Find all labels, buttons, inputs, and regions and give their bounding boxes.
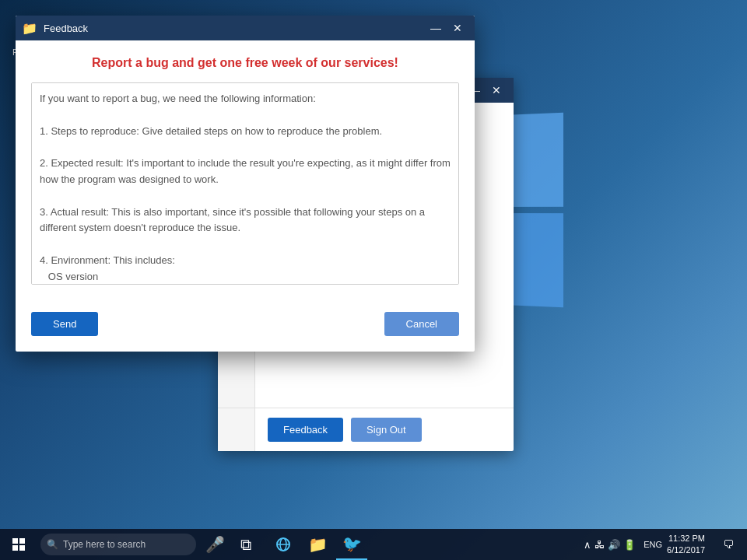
folder-icon: 📁 <box>22 21 37 36</box>
tray-icons: ∧ 🖧 🔊 🔋 <box>584 539 636 551</box>
feedback-textarea[interactable]: If you want to report a bug, we need the… <box>31 82 459 285</box>
cancel-button[interactable]: Cancel <box>384 312 459 336</box>
taskbar-pinned-apps: 📁 🐦 <box>268 529 367 560</box>
feedback-body: Report a bug and get one free week of ou… <box>16 40 475 303</box>
feedback-dialog-title: Feedback <box>44 23 425 34</box>
tray-chevron-icon[interactable]: ∧ <box>584 539 591 551</box>
notification-icon: 🗨 <box>723 538 734 551</box>
mic-icon: 🎤 <box>205 535 225 554</box>
signout-button[interactable]: Sign Out <box>351 418 422 442</box>
svg-rect-2 <box>12 545 18 551</box>
app-taskbar-icon: 🐦 <box>342 534 362 553</box>
taskbar-explorer-button[interactable]: 📁 <box>302 529 333 560</box>
taskbar-tray: ∧ 🖧 🔊 🔋 ENG 11:32 PM 6/12/2017 🗨 <box>584 529 747 560</box>
taskbar: 🔍 Type here to search 🎤 ⧉ 📁 🐦 <box>0 529 747 560</box>
clock-time: 11:32 PM <box>667 533 705 544</box>
search-placeholder-text: Type here to search <box>63 539 146 550</box>
folder-taskbar-icon: 📁 <box>308 535 328 554</box>
clock-date: 6/12/2017 <box>667 544 705 556</box>
start-button[interactable] <box>0 529 37 560</box>
feedback-heading: Report a bug and get one free week of ou… <box>31 56 459 70</box>
svg-rect-0 <box>12 538 18 544</box>
svg-rect-1 <box>19 538 25 544</box>
feedback-dialog: 📁 Feedback — ✕ Report a bug and get one … <box>16 16 475 352</box>
tray-network-icon[interactable]: 🖧 <box>594 539 605 551</box>
feedback-minimize-button[interactable]: — <box>425 17 447 39</box>
settings-bottom-actions: Feedback Sign Out <box>218 408 514 451</box>
settings-close-button[interactable]: ✕ <box>486 79 507 101</box>
taskbar-mic-button[interactable]: 🎤 <box>199 529 230 560</box>
taskbar-app-button[interactable]: 🐦 <box>336 529 367 560</box>
notification-button[interactable]: 🗨 <box>716 529 741 560</box>
taskbar-taskview-button[interactable]: ⧉ <box>230 529 261 560</box>
svg-rect-3 <box>19 545 25 551</box>
tray-volume-icon[interactable]: 🔊 <box>608 539 620 551</box>
taskview-icon: ⧉ <box>240 536 251 554</box>
feedback-button[interactable]: Feedback <box>268 418 343 442</box>
feedback-close-button[interactable]: ✕ <box>447 17 468 39</box>
feedback-titlebar: 📁 Feedback — ✕ <box>16 16 475 40</box>
send-button[interactable]: Send <box>31 312 98 336</box>
tray-battery-icon[interactable]: 🔋 <box>623 539 636 551</box>
taskbar-clock[interactable]: 11:32 PM 6/12/2017 <box>667 533 705 557</box>
search-icon: 🔍 <box>47 539 58 550</box>
taskbar-search-box[interactable]: 🔍 Type here to search <box>40 534 196 555</box>
bg-partial-text: ed <box>496 264 506 275</box>
taskbar-ie-button[interactable] <box>268 529 299 560</box>
feedback-footer: Send Cancel <box>16 303 475 352</box>
tray-language[interactable]: ENG <box>644 540 662 549</box>
desktop: 🗑 Recycle Bin Sec... — ✕ ⇄ 👤 ⚙ Add app t… <box>0 0 747 560</box>
